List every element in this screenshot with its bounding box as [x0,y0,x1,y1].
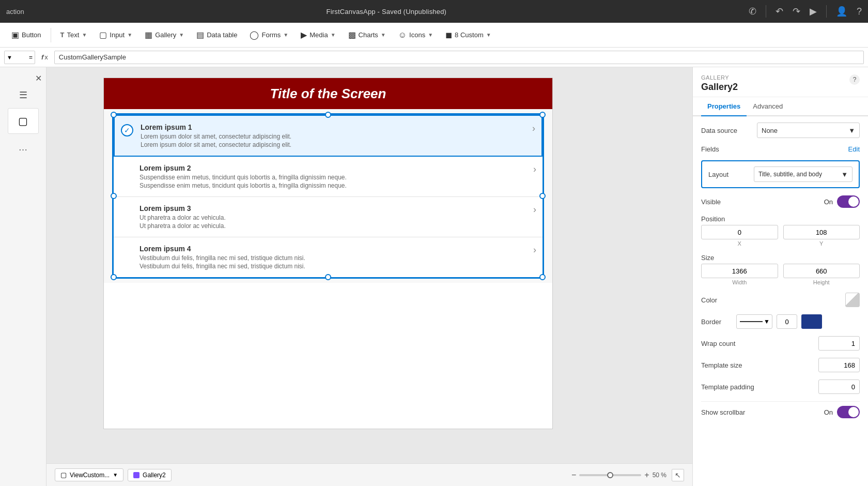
app-action-label: action [6,8,24,16]
edit-fields-link[interactable]: Edit [848,145,860,153]
gallery-item-2[interactable]: Lorem ipsum 2 Suspendisse enim metus, ti… [114,157,542,197]
left-panel-dots[interactable]: … [19,142,28,153]
charts-tool[interactable]: ▩ Charts ▼ [343,27,391,43]
forms-tool[interactable]: ◯ Forms ▼ [244,27,293,43]
position-label: Position [701,215,725,223]
layout-label: Layout [708,171,750,178]
right-panel-header: GALLERY Gallery2 ? [693,67,868,97]
right-panel: GALLERY Gallery2 ? Properties Advanced D… [692,67,868,486]
scrollbar-row: Show scrollbar On [701,401,860,418]
template-padding-row: Template padding [701,379,860,394]
zoom-value: 50 % [653,472,667,479]
data-source-dropdown[interactable]: None ▼ [757,123,860,138]
formula-dropdown[interactable]: ▼ = [4,51,35,64]
forms-chevron: ▼ [283,32,288,38]
expand-button[interactable]: ↖ [672,469,684,481]
gallery-item-3-title: Lorem ipsum 3 [140,204,528,212]
border-style-line [740,321,763,322]
tab-advanced[interactable]: Advanced [747,97,789,116]
datatable-tool[interactable]: ▤ Data table [191,27,242,43]
text-tool[interactable]: T Text ▼ [55,28,92,42]
visible-toggle[interactable] [837,195,860,208]
tab-properties[interactable]: Properties [701,97,747,116]
zoom-thumb[interactable] [607,472,613,478]
gallery-container[interactable]: ✓ Lorem ipsum 1 Lorem ipsum dolor sit am… [112,113,544,279]
redo-icon[interactable]: ↷ [793,6,800,17]
position-inputs: X Y [701,225,860,247]
media-tool[interactable]: ▶ Media ▼ [296,27,340,43]
gallery-tool[interactable]: ▦ Gallery ▼ [140,27,189,43]
formula-input[interactable] [54,51,864,64]
size-height-input[interactable] [783,264,860,278]
left-panel-screen[interactable]: ▢ [8,108,39,134]
check-circle: ✓ [121,124,133,136]
zoom-minus-icon[interactable]: − [571,470,576,480]
border-width-input[interactable] [777,314,797,329]
user-icon[interactable]: 👤 [836,6,847,17]
phone-icon[interactable]: ✆ [749,6,756,17]
charts-chevron: ▼ [381,32,386,38]
handle-top-left[interactable] [111,112,117,118]
button-tool[interactable]: ▣ Button [6,27,47,43]
layout-dropdown[interactable]: Title, subtitle, and body ▼ [754,166,853,182]
custom-tool[interactable]: ◼ 8 Custom ▼ [440,27,497,43]
formula-fx-icon[interactable]: fx [38,53,51,61]
left-panel-close[interactable]: ✕ [35,73,42,83]
icons-tool[interactable]: ☺ Icons ▼ [393,27,438,43]
zoom-control[interactable]: − + 50 % [571,470,667,480]
handle-top-right[interactable] [539,112,546,118]
handle-bot-mid[interactable] [325,274,331,280]
gallery-item-1-chevron: › [527,123,535,134]
gallery-item-2-body: Suspendisse enim metus, tincidunt quis l… [140,182,528,189]
scrollbar-toggle[interactable] [837,406,860,418]
right-panel-component-name: Gallery2 [701,82,738,93]
screen-tab[interactable]: ▢ ViewCustom... ▼ [55,468,123,481]
canvas-area[interactable]: Title of the Screen [47,67,692,486]
layout-chevron: ▼ [841,171,848,178]
border-color-swatch[interactable] [801,314,822,329]
border-style-select[interactable]: ▼ [736,314,772,329]
size-width-input[interactable] [701,264,778,278]
custom-icon: ◼ [445,30,452,40]
visible-row: Visible On [701,195,860,208]
wrap-count-input[interactable] [818,336,860,351]
left-panel-eq[interactable]: ☰ [19,89,27,101]
play-icon[interactable]: ▶ [810,6,817,17]
position-x-input[interactable] [701,225,778,239]
screen-tab-chevron: ▼ [113,472,118,478]
scrollbar-on-text: On [824,408,833,416]
right-panel-tabs: Properties Advanced [693,97,868,116]
gallery-chevron: ▼ [179,32,184,38]
color-swatch[interactable] [845,293,860,307]
gallery-item-4-body: Vestibulum dui felis, fringilla nec mi s… [140,263,528,270]
handle-bot-right[interactable] [539,274,546,280]
template-padding-input[interactable] [818,379,860,394]
input-tool[interactable]: ▢ Input ▼ [94,27,137,43]
input-icon: ▢ [99,30,107,40]
layout-section: Layout Title, subtitle, and body ▼ [701,160,860,188]
gallery-tab[interactable]: Gallery2 [128,469,172,481]
zoom-plus-icon[interactable]: + [644,470,649,480]
datatable-icon: ▤ [196,30,204,40]
text-chevron: ▼ [82,32,87,38]
handle-mid-right[interactable] [539,193,546,199]
gallery-item-4-title: Lorem ipsum 4 [140,245,528,253]
help-button[interactable]: ? [849,74,860,85]
gallery-item-3[interactable]: Lorem ipsum 3 Ut pharetra a dolor ac veh… [114,197,542,237]
data-source-value[interactable]: None ▼ [757,123,860,138]
gallery-item-1[interactable]: ✓ Lorem ipsum 1 Lorem ipsum dolor sit am… [114,115,542,157]
border-row: Border ▼ [701,314,860,329]
position-y-input[interactable] [783,225,860,239]
template-size-input[interactable] [818,358,860,372]
size-width-label: Width [701,279,778,285]
gallery-item-4[interactable]: Lorem ipsum 4 Vestibulum dui felis, frin… [114,237,542,277]
gallery-item-4-content: Lorem ipsum 4 Vestibulum dui felis, frin… [120,245,528,270]
data-source-row: Data source None ▼ [701,123,860,138]
undo-icon[interactable]: ↶ [776,6,783,17]
help-icon[interactable]: ? [857,6,862,17]
handle-bot-left[interactable] [111,274,117,280]
zoom-slider[interactable] [579,474,641,476]
handle-top-mid[interactable] [325,112,331,118]
handle-mid-left[interactable] [111,193,117,199]
custom-chevron: ▼ [486,32,491,38]
